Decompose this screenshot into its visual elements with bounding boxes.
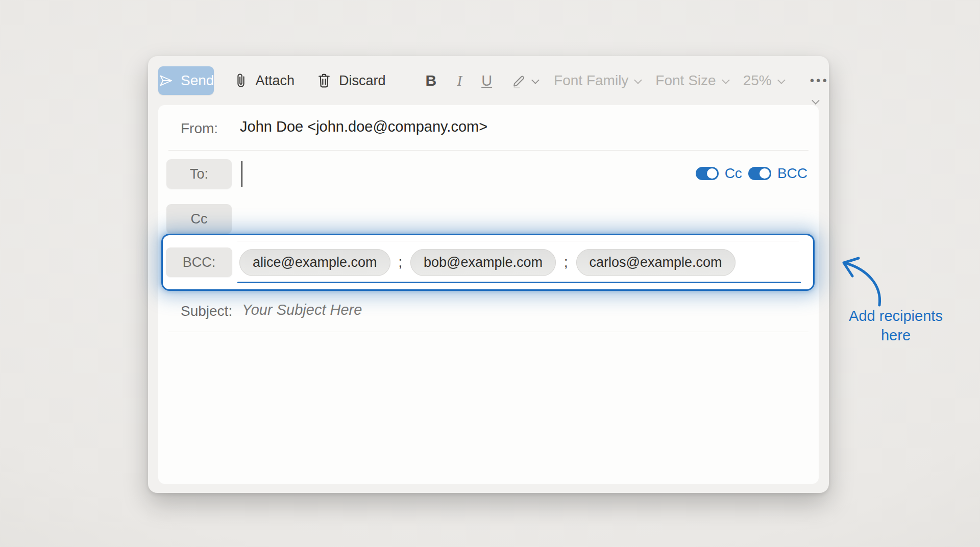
subject-input[interactable]: Your Subject Here: [242, 302, 362, 318]
chevron-down-icon: [531, 76, 540, 84]
font-family-label: Font Family: [554, 72, 628, 89]
recipient-toggles: Cc BCC: [696, 165, 807, 182]
italic-label: I: [457, 72, 462, 89]
recipient-pill[interactable]: alice@example.com: [239, 249, 390, 276]
bcc-top-divider: [237, 241, 799, 241]
bcc-toggle-label[interactable]: BCC: [777, 165, 807, 182]
discard-label: Discard: [339, 73, 386, 89]
message-panel: From: John Doe <john.doe@company.com> To…: [158, 105, 819, 484]
zoom-dropdown[interactable]: 25%: [743, 72, 783, 89]
font-family-dropdown[interactable]: Font Family: [554, 72, 640, 89]
attach-label: Attach: [255, 73, 295, 89]
bcc-pills: alice@example.com;bob@example.com;carlos…: [239, 247, 736, 277]
bcc-field-button[interactable]: BCC:: [166, 247, 232, 277]
highlight-button[interactable]: [510, 72, 537, 89]
send-icon: [158, 73, 174, 88]
send-button[interactable]: Send: [158, 66, 214, 95]
attach-button[interactable]: Attach: [233, 72, 295, 89]
font-size-dropdown[interactable]: Font Size: [655, 72, 727, 89]
to-label: To:: [190, 166, 208, 182]
toolbar-expand-chevron-icon[interactable]: [812, 96, 820, 105]
toolbar: Send Attach Discard B: [148, 56, 829, 105]
underline-label: U: [481, 72, 492, 89]
cc-toggle-label[interactable]: Cc: [725, 165, 742, 182]
recipient-separator: ;: [399, 255, 403, 270]
bold-button[interactable]: B: [425, 72, 436, 89]
from-value[interactable]: John Doe <john.doe@company.com>: [240, 118, 487, 135]
paperclip-icon: [233, 72, 249, 89]
recipient-pill[interactable]: bob@example.com: [410, 249, 556, 276]
row-divider: [168, 150, 808, 151]
row-divider: [168, 332, 808, 332]
recipient-separator: ;: [564, 255, 568, 270]
highlighter-icon: [510, 72, 528, 89]
recipient-pill[interactable]: carlos@example.com: [576, 249, 736, 276]
font-size-label: Font Size: [655, 72, 716, 89]
chevron-down-icon: [722, 76, 730, 84]
more-options-button[interactable]: •••: [810, 73, 829, 88]
text-cursor: [241, 161, 242, 187]
subject-label: Subject:: [181, 303, 232, 319]
cc-field-button[interactable]: Cc: [166, 204, 232, 234]
underline-button[interactable]: U: [481, 72, 492, 89]
cc-label: Cc: [191, 211, 208, 227]
bold-label: B: [425, 72, 436, 89]
bcc-label: BCC:: [183, 255, 216, 270]
bcc-field-highlighted[interactable]: BCC: alice@example.com;bob@example.com;c…: [161, 234, 815, 291]
message-body-input[interactable]: [163, 333, 814, 481]
bcc-field-underline: [237, 282, 801, 283]
italic-button[interactable]: I: [457, 72, 462, 89]
cc-toggle[interactable]: [696, 167, 719, 180]
discard-button[interactable]: Discard: [316, 72, 386, 89]
more-options-label: •••: [810, 73, 829, 88]
send-label: Send: [181, 72, 214, 89]
chevron-down-icon: [634, 76, 642, 84]
to-input[interactable]: [240, 152, 699, 197]
zoom-value: 25%: [743, 72, 772, 89]
chevron-down-icon: [777, 76, 786, 84]
bcc-toggle[interactable]: [748, 167, 771, 180]
annotation-text: Add recipients here: [836, 306, 955, 345]
from-label: From:: [181, 120, 218, 137]
to-field-button[interactable]: To:: [166, 159, 232, 189]
compose-window: Send Attach Discard B: [148, 56, 829, 493]
trash-icon: [316, 72, 332, 89]
